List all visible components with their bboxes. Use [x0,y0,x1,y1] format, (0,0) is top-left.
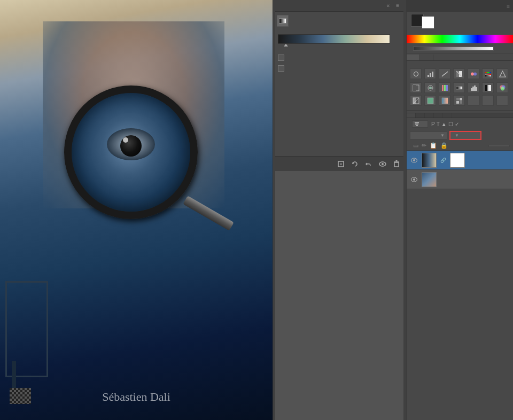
kind-shape-icon[interactable]: ▲ [441,121,447,127]
adjustments-styles-tabs [407,55,513,61]
posterize-adj-icon[interactable] [468,82,479,93]
svg-point-36 [501,87,504,90]
kind-type-icon[interactable]: T [437,121,440,127]
invert-adj-icon[interactable] [410,95,422,106]
opacity-field[interactable]: ▼ [449,131,481,140]
k-slider[interactable] [413,46,494,51]
kind-smartobj-icon[interactable]: ☐ [448,121,453,127]
gradient-map-adj-icon[interactable] [453,82,465,93]
canvas-area: Sébastien Dali [0,0,273,420]
layer-thumb-gradient-map [422,153,437,168]
exposure-icon[interactable] [453,68,465,79]
tab-layers[interactable] [407,113,416,118]
svg-rect-46 [415,124,418,125]
background-color[interactable] [422,16,434,29]
layer-row-layer-0[interactable] [407,170,513,189]
empty-adj-icon2 [482,95,494,106]
svg-rect-12 [430,73,431,77]
reverse-row [273,63,406,74]
gradient-bar-container [273,30,406,52]
gradient-bar[interactable] [278,34,390,44]
kind-effect-icon[interactable]: ✓ [455,121,459,127]
layer-visibility-gradient-map[interactable] [410,156,418,165]
kind-pixel-icon[interactable]: P [431,121,435,127]
tab-actions[interactable] [443,113,452,118]
filter-kind-icon [414,121,419,127]
hsl-icon[interactable] [482,68,494,79]
lock-all-icon[interactable]: 🔒 [440,142,448,149]
visibility-toggle-icon[interactable] [378,160,387,168]
svg-rect-3 [394,162,399,167]
properties-menu-btn[interactable]: ≡ [394,3,401,9]
blend-mode-dropdown[interactable]: ▼ [410,131,447,139]
adjustment-icons-row3 [407,94,513,107]
panel-separator-strip [273,0,275,420]
lock-icons: ▭ ✏ 📋 🔒 [413,142,448,149]
layer-thumb-layer0 [422,172,437,187]
lock-position-icon[interactable]: 📋 [430,142,437,149]
kind-dropdown[interactable] [412,120,428,128]
layer-row-gradient-map-1[interactable]: 🔗 [407,151,513,170]
eye-visible-layer0-icon [410,177,418,182]
fill-value-field[interactable] [488,145,510,147]
tab-channels[interactable] [416,113,425,118]
svg-rect-39 [428,98,433,104]
pattern-fill-icon[interactable] [453,95,465,106]
properties-toolbar [273,156,406,171]
kind-filter-icons: P T ▲ ☐ ✓ [431,121,459,127]
tab-history[interactable] [434,113,443,118]
triangle-adj-icon[interactable] [496,68,508,79]
gradient-fill-icon[interactable] [439,95,450,106]
k-slider-row [407,45,513,52]
refresh-icon[interactable] [350,160,360,168]
dither-checkbox[interactable] [278,55,284,61]
tab-adjustments[interactable] [407,55,420,60]
solidcolor-adj-icon[interactable] [424,95,436,106]
adjustments-collapse-btn[interactable] [507,55,513,60]
layer-visibility-layer0[interactable] [410,175,418,184]
threshold-adj-icon[interactable] [482,82,494,93]
lock-transparent-pixels-icon[interactable]: ▭ [413,142,418,149]
tab-paths[interactable] [425,113,434,118]
eye-visible-icon [410,158,418,163]
svg-point-49 [413,159,415,161]
vibrance-icon[interactable] [468,68,479,79]
main-image: Sébastien Dali [0,0,273,420]
layer-chain-icon: 🔗 [440,158,447,163]
selectivecolor-adj-icon[interactable] [496,82,508,93]
svg-point-26 [429,87,432,89]
svg-rect-43 [456,101,459,104]
delete-adjustment-icon[interactable] [392,160,401,168]
curves-icon[interactable] [439,68,450,79]
channel-mixer-icon[interactable] [439,82,450,93]
color-swatches-area [407,12,513,33]
svg-rect-20 [485,74,491,75]
svg-rect-28 [444,85,446,91]
svg-marker-22 [500,71,506,77]
properties-panel: « ≡ [273,0,406,171]
contrast-icon[interactable] [424,68,436,79]
clip-to-layer-icon[interactable] [336,160,346,168]
brightness-levels-icon[interactable] [410,68,422,79]
svg-rect-41 [456,98,459,100]
gradient-map-icon-box [277,15,289,27]
tab-styles[interactable] [420,55,433,60]
layers-tabs [407,113,513,118]
svg-rect-47 [416,125,418,126]
svg-rect-19 [485,72,491,73]
properties-collapse-btn[interactable]: « [385,3,392,9]
undo-icon[interactable] [364,160,374,168]
layer-mask-thumb-gradient-map[interactable] [450,153,465,168]
panel-menu-icon[interactable]: ≡ [507,3,510,9]
svg-rect-45 [415,122,419,123]
color-spectrum-bar[interactable] [407,35,513,43]
svg-rect-14 [456,71,459,77]
properties-panel-header: « ≡ [273,0,406,12]
lock-image-pixels-icon[interactable]: ✏ [422,142,426,149]
bw-adj-icon[interactable] [410,82,422,93]
reverse-checkbox[interactable] [278,65,284,72]
svg-rect-21 [485,75,491,76]
layers-collapse-btn[interactable] [507,113,513,118]
photofilter-icon[interactable] [424,82,436,93]
blend-mode-chevron: ▼ [440,133,445,138]
